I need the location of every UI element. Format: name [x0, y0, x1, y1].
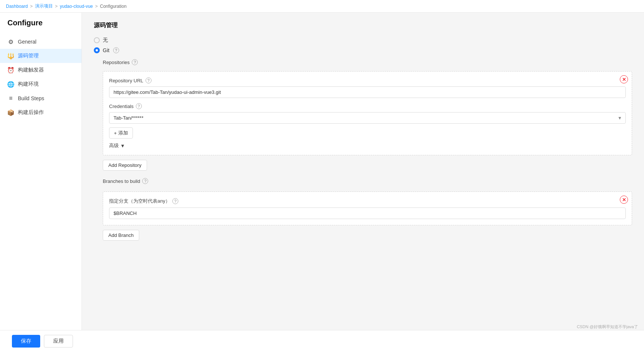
branches-label: Branches to build ?	[103, 178, 632, 184]
radio-git[interactable]: Git ?	[94, 47, 632, 53]
sidebar-item-env[interactable]: 🌐 构建环境	[0, 77, 82, 91]
breadcrumb-dashboard[interactable]: Dashboard	[6, 4, 28, 9]
repo-url-label: Repository URL ?	[109, 77, 626, 83]
breadcrumb: Dashboard > 演示项目 > yudao-cloud-vue > Con…	[0, 0, 644, 13]
radio-git-label: Git	[103, 47, 109, 53]
breadcrumb-current: Configuration	[100, 4, 127, 9]
sidebar-item-build-steps[interactable]: ≡ Build Steps	[0, 91, 82, 105]
radio-none[interactable]: 无	[94, 37, 632, 44]
sidebar: Configure ⚙ General 🔱 源码管理 ⏰ 构建触发器 🌐 构建环…	[0, 13, 82, 352]
watermark: CSDN @好饿啊早知道不学java了	[577, 324, 638, 330]
source-icon: 🔱	[7, 53, 14, 59]
credentials-select-wrapper: Tab-Tan/****** ▼	[109, 112, 626, 124]
repositories-help-icon[interactable]: ?	[132, 59, 138, 65]
steps-icon: ≡	[7, 95, 14, 102]
remove-branch-button[interactable]: ✕	[620, 196, 628, 204]
add-branch-label: Add Branch	[108, 232, 134, 238]
repositories-label: Repositories ?	[103, 59, 632, 65]
repo-url-help-icon[interactable]: ?	[146, 77, 152, 83]
radio-none-label: 无	[103, 37, 108, 44]
sidebar-label-source: 源码管理	[18, 53, 39, 59]
sidebar-label-general: General	[18, 39, 36, 45]
sidebar-item-source[interactable]: 🔱 源码管理	[0, 49, 82, 63]
sidebar-label-post-build: 构建后操作	[18, 109, 44, 116]
add-repository-button[interactable]: Add Repository	[103, 160, 147, 171]
radio-group: 无 Git ?	[94, 37, 632, 53]
git-config-section: Repositories ? ✕ Repository URL ? Creden…	[103, 59, 632, 248]
branch-card: ✕ 指定分支（为空时代表any） ?	[103, 191, 632, 225]
save-button[interactable]: 保存	[12, 335, 40, 348]
section-title: 源码管理	[94, 22, 632, 29]
chevron-down-icon-adv: ▼	[120, 143, 125, 149]
radio-git-circle	[94, 47, 100, 53]
add-repo-label: Add Repository	[108, 162, 141, 168]
apply-button[interactable]: 应用	[44, 335, 73, 348]
footer-bar: 保存 应用	[0, 330, 644, 352]
main-content: 源码管理 无 Git ? Repositories ? ✕	[82, 13, 644, 352]
repository-card: ✕ Repository URL ? Credentials ? Tab-Tan…	[103, 71, 632, 155]
radio-none-circle	[94, 37, 100, 43]
credentials-label: Credentials ?	[109, 103, 626, 109]
remove-repo-button[interactable]: ✕	[620, 75, 628, 83]
add-icon: +	[114, 130, 117, 136]
sidebar-item-general[interactable]: ⚙ General	[0, 35, 82, 49]
sidebar-label-env: 构建环境	[18, 81, 39, 88]
trigger-icon: ⏰	[7, 67, 14, 73]
add-btn-label: 添加	[118, 130, 128, 136]
branch-spec-help-icon[interactable]: ?	[172, 198, 178, 204]
breadcrumb-project[interactable]: 演示项目	[35, 3, 53, 9]
post-build-icon: 📦	[7, 109, 14, 116]
branches-help-icon[interactable]: ?	[142, 178, 148, 184]
sidebar-label-build-steps: Build Steps	[18, 95, 44, 101]
env-icon: 🌐	[7, 81, 14, 88]
add-branch-button[interactable]: Add Branch	[103, 230, 139, 241]
repo-url-input[interactable]	[109, 86, 626, 98]
page-title: Configure	[0, 19, 82, 35]
branch-input[interactable]	[109, 207, 626, 219]
sidebar-item-post-build[interactable]: 📦 构建后操作	[0, 105, 82, 120]
advanced-toggle[interactable]: 高级 ▼	[109, 142, 626, 149]
gear-icon: ⚙	[7, 38, 14, 45]
add-credential-button[interactable]: + 添加	[109, 127, 133, 139]
credentials-select[interactable]: Tab-Tan/******	[109, 112, 626, 124]
sidebar-label-trigger: 构建触发器	[18, 67, 44, 73]
git-help-icon[interactable]: ?	[113, 47, 119, 53]
advanced-label: 高级	[109, 142, 119, 149]
credentials-help-icon[interactable]: ?	[136, 103, 142, 109]
branch-spec-label: 指定分支（为空时代表any） ?	[109, 198, 626, 204]
sidebar-item-trigger[interactable]: ⏰ 构建触发器	[0, 63, 82, 77]
breadcrumb-repo[interactable]: yudao-cloud-vue	[60, 4, 93, 9]
